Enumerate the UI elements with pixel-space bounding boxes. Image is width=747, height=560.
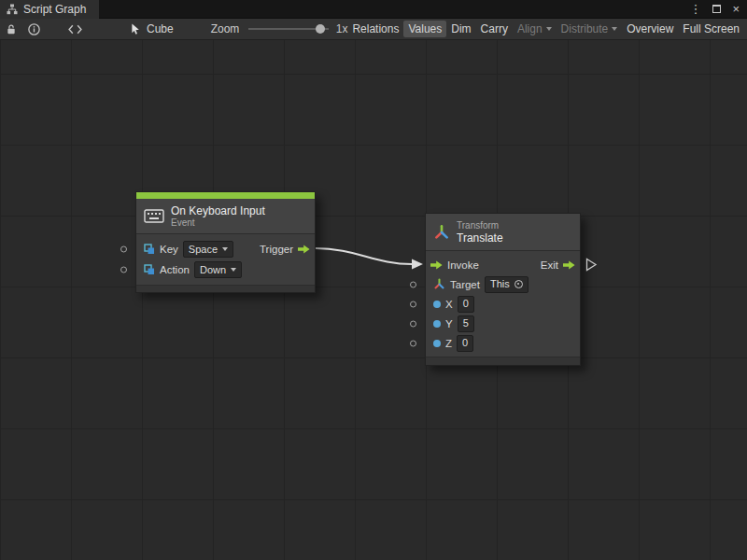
trigger-to-invoke-wire[interactable] — [316, 248, 423, 270]
key-input-port[interactable] — [120, 246, 127, 253]
key-row: Key Space Trigger — [136, 239, 315, 259]
float-port-icon — [433, 301, 441, 308]
relations-button[interactable]: Relations — [347, 21, 403, 37]
action-row: Action Down — [136, 259, 315, 280]
exit-label: Exit — [541, 259, 558, 271]
graph-target[interactable]: Cube — [131, 22, 174, 35]
y-label: Y — [445, 318, 453, 329]
target-object-label: Cube — [147, 22, 174, 35]
key-label: Key — [160, 244, 178, 255]
y-row: Y 5 — [426, 314, 580, 333]
zoom-slider[interactable] — [248, 23, 327, 35]
enum-icon — [144, 264, 155, 275]
graph-toolbar: Cube Zoom 1x Relations Values Dim Carry … — [0, 19, 747, 40]
graph-canvas[interactable]: On Keyboard Input Event Key Space — [0, 40, 747, 560]
y-value-field[interactable]: 5 — [458, 315, 474, 332]
distribute-button: Distribute — [557, 21, 623, 37]
chevron-down-icon — [612, 27, 617, 31]
target-input-port[interactable] — [410, 281, 416, 287]
titlebar: Script Graph ⋮ × — [0, 0, 747, 19]
node-body: Invoke Exit — [426, 251, 580, 357]
tab-script-graph[interactable]: Script Graph — [0, 0, 99, 19]
transform-gizmo-icon — [433, 224, 450, 241]
trigger-label: Trigger — [260, 244, 293, 255]
enum-icon — [144, 244, 155, 255]
key-value: Space — [189, 244, 218, 256]
y-value: 5 — [463, 317, 469, 329]
window-menu-icon[interactable]: ⋮ — [689, 0, 701, 19]
cursor-icon — [131, 23, 141, 35]
exit-output-port[interactable] — [563, 260, 575, 270]
x-input-port[interactable] — [410, 301, 416, 307]
x-value-field[interactable]: 0 — [458, 296, 474, 313]
x-row: X 0 — [426, 294, 580, 314]
node-body: Key Space Trigger — [136, 234, 315, 285]
z-value-field[interactable]: 0 — [457, 335, 473, 352]
node-footer — [426, 357, 580, 365]
lock-icon[interactable] — [7, 23, 16, 35]
node-subtitle: Event — [171, 217, 265, 229]
object-picker-icon[interactable] — [514, 280, 523, 288]
info-icon[interactable] — [28, 23, 40, 35]
invoke-label: Invoke — [447, 259, 479, 271]
target-label: Target — [450, 279, 480, 290]
invoke-input-port[interactable] — [430, 260, 443, 270]
action-input-port[interactable] — [120, 267, 127, 273]
close-icon[interactable]: × — [732, 0, 740, 19]
window-controls: ⋮ × — [689, 0, 747, 19]
fullscreen-button[interactable]: Full Screen — [678, 21, 744, 37]
node-on-keyboard-input[interactable]: On Keyboard Input Event Key Space — [135, 191, 316, 293]
chevron-down-icon — [231, 268, 236, 272]
node-transform-translate[interactable]: Transform Translate Invoke Exit — [425, 213, 581, 366]
action-dropdown[interactable]: Down — [194, 261, 242, 278]
x-value: 0 — [463, 298, 469, 310]
dim-button[interactable]: Dim — [446, 21, 475, 37]
carry-button[interactable]: Carry — [476, 21, 513, 37]
chevron-down-icon — [546, 27, 552, 31]
keyboard-icon — [144, 209, 164, 223]
target-value-field[interactable]: This — [485, 276, 529, 293]
code-icon[interactable] — [68, 24, 82, 35]
action-value: Down — [200, 264, 226, 276]
chevron-down-icon — [222, 247, 228, 251]
overview-button[interactable]: Overview — [622, 21, 678, 37]
zoom-value: 1x — [336, 22, 348, 35]
target-row: Target This — [426, 274, 580, 294]
z-input-port[interactable] — [410, 340, 416, 346]
node-header[interactable]: Transform Translate — [426, 214, 580, 251]
align-button: Align — [513, 21, 557, 37]
transform-mini-icon — [433, 278, 445, 290]
zoom-slider-handle[interactable] — [316, 24, 325, 34]
distribute-label: Distribute — [561, 22, 609, 35]
node-footer — [136, 285, 315, 292]
maximize-icon[interactable] — [712, 5, 721, 13]
x-label: X — [445, 299, 453, 310]
connection-layer — [0, 40, 747, 560]
node-header[interactable]: On Keyboard Input Event — [136, 199, 315, 234]
key-dropdown[interactable]: Space — [183, 241, 233, 258]
float-port-icon — [433, 320, 441, 328]
node-title: Translate — [457, 231, 503, 245]
invoke-row: Invoke Exit — [426, 255, 580, 274]
z-label: Z — [445, 338, 452, 349]
values-button[interactable]: Values — [403, 21, 446, 37]
graph-icon — [7, 4, 18, 15]
node-category: Transform — [457, 220, 503, 231]
align-label: Align — [517, 22, 543, 35]
event-accent-bar — [136, 192, 315, 199]
zoom-label: Zoom — [211, 22, 240, 35]
node-title: On Keyboard Input — [171, 204, 265, 217]
y-input-port[interactable] — [410, 320, 416, 327]
z-value: 0 — [462, 337, 468, 349]
target-value: This — [490, 278, 510, 290]
trigger-output-port[interactable] — [298, 245, 310, 254]
float-port-icon — [433, 340, 441, 347]
flow-continuation-icon — [585, 258, 598, 272]
script-graph-window: Script Graph ⋮ × — [0, 0, 747, 560]
toolbar-buttons: Relations Values Dim Carry Align Distrib… — [347, 21, 744, 37]
z-row: Z 0 — [426, 333, 580, 353]
tab-title: Script Graph — [23, 3, 86, 16]
action-label: Action — [160, 264, 190, 275]
